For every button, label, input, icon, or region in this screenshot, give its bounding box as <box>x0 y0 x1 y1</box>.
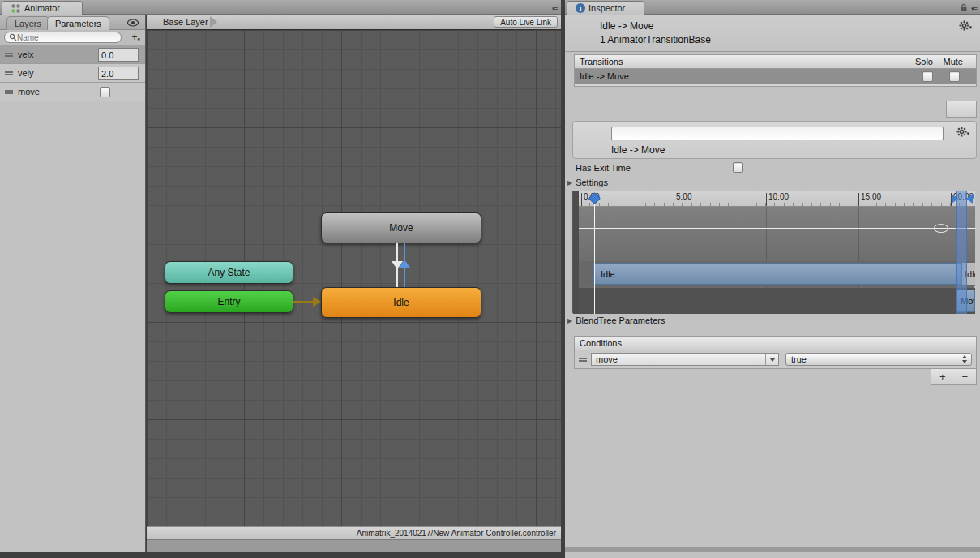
eye-icon[interactable] <box>127 19 139 27</box>
animator-window: Animator ▾≡ Layers Parameters <box>0 0 561 558</box>
solo-checkbox[interactable] <box>922 71 933 82</box>
state-machine-graph: Base Layer Auto Live Link Move Any State… <box>147 15 561 552</box>
major-tick <box>581 193 582 206</box>
chevron-down-icon: ▾ <box>966 131 969 137</box>
breadcrumb[interactable]: Base Layer <box>147 15 208 29</box>
transitions-list-footer <box>574 84 977 87</box>
minus-icon: − <box>958 103 965 115</box>
state-node-any-state[interactable]: Any State <box>165 261 293 284</box>
auto-live-link-button[interactable]: Auto Live Link <box>494 16 558 28</box>
condition-parameter-dropdown[interactable]: move <box>591 353 779 366</box>
blendtree-foldout-label: BlendTree Parameters <box>576 315 665 325</box>
minor-ticks <box>581 203 975 206</box>
inspector-tab-label: Inspector <box>588 3 625 13</box>
condition-value: true <box>791 354 807 364</box>
transitions-section: Transitions Solo Mute Idle -> Move − <box>574 54 977 118</box>
graph-status-bar: Animatrik_20140217/New Animator Controll… <box>147 526 561 539</box>
panel-menu-icon[interactable]: ▾≡ <box>971 2 977 13</box>
state-node-idle[interactable]: Idle <box>321 287 481 318</box>
parameter-checkbox[interactable] <box>100 87 110 97</box>
parameter-row-vely[interactable]: vely <box>0 64 145 83</box>
add-condition-button[interactable]: + <box>939 371 946 383</box>
animator-panel-controls: ▾≡ <box>552 2 558 13</box>
conditions-section: Conditions move true + − <box>574 336 977 369</box>
drag-handle-icon[interactable] <box>5 53 13 57</box>
graph-canvas[interactable]: Move Any State Entry Idle <box>147 30 561 539</box>
parameter-search-row: +▾ <box>0 30 145 45</box>
state-node-label: Move <box>389 222 413 234</box>
search-input[interactable] <box>17 33 106 42</box>
remove-condition-button[interactable]: − <box>961 371 968 383</box>
timeline-ruler[interactable]: 0:00 5:00 10:00 15:00 20:00 <box>579 191 975 207</box>
breadcrumb-chevron-icon <box>210 16 217 28</box>
mute-column-header: Mute <box>944 57 963 67</box>
add-parameter-button[interactable]: +▾ <box>131 32 140 43</box>
entry-transition[interactable] <box>293 301 315 303</box>
search-box[interactable] <box>4 32 122 43</box>
parameters-tab-label: Parameters <box>55 19 101 28</box>
parameter-row-move[interactable]: move <box>0 83 145 101</box>
parameter-value-field[interactable] <box>98 67 139 80</box>
header-gear-button[interactable]: ▾ <box>959 20 972 31</box>
transitions-header: Transitions Solo Mute <box>574 54 977 69</box>
has-exit-time-checkbox[interactable] <box>733 162 743 173</box>
name-gear-button[interactable]: ▾ <box>956 127 969 137</box>
idle-state-bar[interactable]: Idle <box>593 263 962 285</box>
chevron-down-icon: ▾ <box>969 24 972 31</box>
state-node-entry[interactable]: Entry <box>165 290 293 313</box>
parameter-value-field[interactable] <box>98 48 139 62</box>
tab-layers[interactable]: Layers <box>6 16 49 30</box>
tick-label: 10:00 <box>768 192 789 201</box>
controller-path-label: Animatrik_20140217/New Animator Controll… <box>357 529 556 538</box>
dropdown-arrow-icon <box>766 358 778 362</box>
animator-controller-icon <box>11 3 21 14</box>
transition-region[interactable] <box>956 191 967 314</box>
inspector-window: i Inspector ▾≡ Idle -> Move 1 AnimatorTr… <box>565 0 980 558</box>
search-icon <box>9 33 17 41</box>
inspector-panel-controls: ▾≡ <box>960 2 977 13</box>
graph-toolbar: Base Layer Auto Live Link <box>147 15 561 30</box>
remove-transition-button[interactable]: − <box>946 101 977 118</box>
window-frame <box>147 539 561 552</box>
condition-value-dropdown[interactable]: true <box>785 353 972 366</box>
tick-label: 15:00 <box>861 192 881 201</box>
transition-name-field[interactable] <box>611 127 944 140</box>
blendtree-parameters-foldout[interactable]: ▶ BlendTree Parameters <box>567 315 665 325</box>
inspector-content: Idle -> Move 1 AnimatorTransitionBase <box>565 15 980 552</box>
tab-inspector[interactable]: i Inspector <box>567 1 644 15</box>
transition-timeline[interactable]: 0:00 5:00 10:00 15:00 20:00 <box>572 191 974 313</box>
animator-tab-label: Animator <box>24 3 60 13</box>
timeline-preview-area <box>579 207 975 261</box>
drag-handle-icon[interactable] <box>5 90 13 94</box>
drag-handle-icon[interactable] <box>5 71 13 75</box>
parameter-row-velx[interactable]: velx <box>0 45 145 64</box>
chevron-down-icon: ▾ <box>137 36 140 42</box>
transition-list-item[interactable]: Idle -> Move <box>574 69 977 84</box>
panel-menu-icon[interactable]: ▾≡ <box>552 2 558 13</box>
tab-parameters[interactable]: Parameters <box>47 16 109 30</box>
major-tick <box>858 193 859 206</box>
unity-editor: Animator ▾≡ Layers Parameters <box>0 0 980 558</box>
transition-label: Idle -> Move <box>580 71 971 81</box>
drag-handle-icon[interactable] <box>579 358 587 362</box>
parameter-name: move <box>18 87 145 97</box>
tab-animator[interactable]: Animator <box>2 1 83 15</box>
crossfade-curve <box>934 224 948 233</box>
condition-parameter-value: move <box>592 354 766 365</box>
state-node-label: Entry <box>217 296 240 307</box>
lock-icon[interactable] <box>960 3 968 12</box>
tick-label: 5:00 <box>676 192 691 201</box>
transition-end-marker[interactable] <box>966 194 973 204</box>
inspected-object-header: Idle -> Move 1 AnimatorTransitionBase <box>565 15 980 52</box>
transition-start-marker[interactable] <box>952 194 958 204</box>
destination-state-track: Move <box>579 288 975 314</box>
mute-checkbox[interactable] <box>949 71 960 82</box>
condition-row[interactable]: move true <box>574 350 977 369</box>
timeline-gutter <box>573 191 579 314</box>
popup-arrows-icon <box>962 355 967 363</box>
settings-foldout-label: Settings <box>576 178 608 187</box>
object-subtitle: 1 AnimatorTransitionBase <box>600 34 711 45</box>
foldout-arrow-icon: ▶ <box>567 317 572 324</box>
state-node-move[interactable]: Move <box>321 212 481 243</box>
settings-foldout[interactable]: ▶ Settings <box>567 178 608 187</box>
